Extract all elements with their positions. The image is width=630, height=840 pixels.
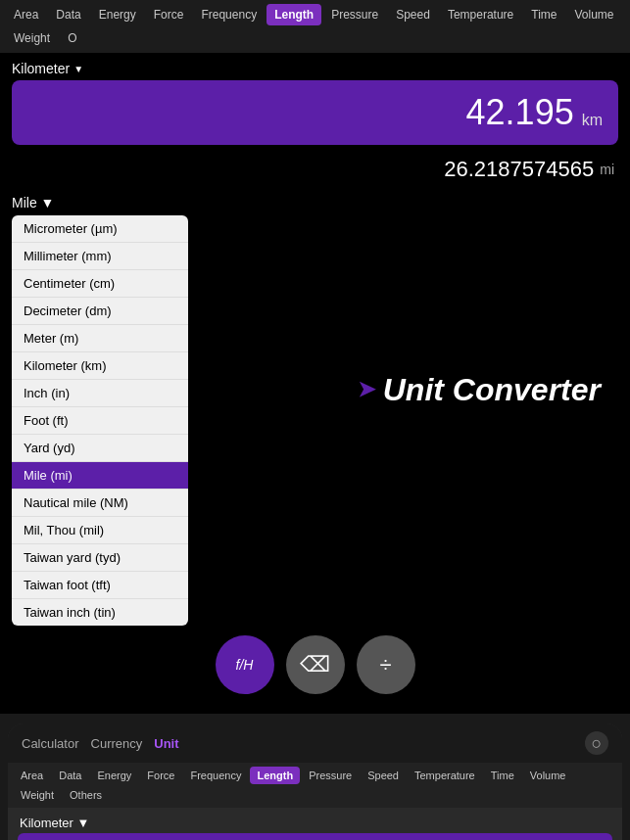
tab-length[interactable]: Length	[267, 4, 321, 25]
dropdown-item-meter[interactable]: Meter (m)	[12, 325, 188, 352]
tab-temperature[interactable]: Temperature	[440, 4, 521, 25]
divide-button[interactable]: ÷	[357, 635, 415, 694]
tab-volume[interactable]: Volume	[566, 4, 621, 25]
btab-others[interactable]: Others	[63, 786, 109, 804]
bottom-nav-tabs: Area Data Energy Force Frequency Length …	[8, 763, 622, 808]
promo-arrow-icon: ➤	[358, 377, 375, 402]
promo-text: Unit Converter	[383, 371, 601, 407]
app-tab-unit[interactable]: Unit	[154, 736, 178, 751]
btab-volume[interactable]: Volume	[523, 767, 573, 784]
dropdown-item-foot[interactable]: Foot (ft)	[12, 407, 188, 435]
dropdown-item-nautical[interactable]: Nautical mile (NM)	[12, 490, 188, 517]
btab-temperature[interactable]: Temperature	[408, 767, 482, 784]
top-nav-tabs: Area Data Energy Force Frequency Length …	[0, 0, 630, 53]
bottom-header: Calculator Currency Unit ○	[8, 723, 622, 763]
tab-force[interactable]: Force	[146, 4, 192, 25]
top-content-area: 26.2187574565 mi Mile ▼ Micrometer (µm) …	[0, 153, 630, 626]
dropdown-item-decimeter[interactable]: Decimeter (dm)	[12, 298, 188, 325]
tab-energy[interactable]: Energy	[91, 4, 144, 25]
btab-pressure[interactable]: Pressure	[302, 767, 359, 784]
tab-area[interactable]: Area	[6, 4, 46, 25]
app-tab-currency[interactable]: Currency	[91, 736, 143, 751]
btab-length[interactable]: Length	[250, 767, 300, 784]
top-section: Area Data Energy Force Frequency Length …	[0, 0, 630, 714]
app-tab-calculator[interactable]: Calculator	[22, 736, 79, 751]
dropdown-item-mil[interactable]: Mil, Thou (mil)	[12, 517, 188, 544]
dropdown-menu: Micrometer (µm) Millimeter (mm) Centimet…	[12, 215, 188, 626]
input-unit: km	[582, 112, 603, 133]
tab-weight[interactable]: Weight	[6, 27, 58, 49]
dropdown-container: Micrometer (µm) Millimeter (mm) Centimet…	[12, 215, 618, 626]
tab-pressure[interactable]: Pressure	[323, 4, 386, 25]
unit-converter-promo: ➤ Unit Converter	[358, 371, 601, 407]
from-unit-selector[interactable]: Mile ▼	[12, 195, 54, 210]
input-value: 42.195	[466, 92, 574, 133]
input-display: 42.195 km	[12, 80, 618, 145]
btab-speed[interactable]: Speed	[361, 767, 406, 784]
btab-area[interactable]: Area	[14, 767, 50, 784]
tab-other[interactable]: O	[60, 27, 84, 49]
expand-button[interactable]: ○	[585, 731, 608, 755]
bottom-app-tabs: Calculator Currency Unit	[22, 736, 179, 751]
tab-frequency[interactable]: Frequency	[193, 4, 265, 25]
dropdown-item-yard[interactable]: Yard (yd)	[12, 435, 188, 462]
btab-frequency[interactable]: Frequency	[183, 767, 248, 784]
btab-weight[interactable]: Weight	[14, 786, 61, 804]
btab-energy[interactable]: Energy	[91, 767, 139, 784]
bottom-input-display: 42.195 km	[18, 833, 612, 840]
btab-force[interactable]: Force	[140, 767, 181, 784]
dropdown-item-micrometer[interactable]: Micrometer (µm)	[12, 215, 188, 243]
dropdown-item-centimeter[interactable]: Centimeter (cm)	[12, 270, 188, 298]
bottom-to-unit-row: Kilometer ▼	[8, 808, 622, 833]
btab-time[interactable]: Time	[484, 767, 521, 784]
result-unit: mi	[600, 162, 614, 177]
result-row: 26.2187574565 mi	[0, 153, 630, 190]
dropdown-item-millimeter[interactable]: Millimeter (mm)	[12, 243, 188, 270]
bottom-section: Calculator Currency Unit ○ Area Data Ene…	[8, 723, 622, 840]
btab-data[interactable]: Data	[52, 767, 88, 784]
to-unit-row: Kilometer	[0, 53, 630, 80]
backspace-button[interactable]: ⌫	[286, 635, 345, 694]
from-unit-row: Mile ▼	[0, 190, 630, 215]
tab-time[interactable]: Time	[523, 4, 564, 25]
dropdown-item-taiwan-inch[interactable]: Taiwan inch (tin)	[12, 599, 188, 626]
top-calc-buttons: f/H ⌫ ÷	[0, 626, 630, 704]
to-unit-selector[interactable]: Kilometer	[12, 61, 83, 76]
tab-speed[interactable]: Speed	[388, 4, 438, 25]
result-value: 26.2187574565	[444, 157, 594, 182]
bottom-to-unit-selector[interactable]: Kilometer ▼	[20, 816, 89, 830]
dropdown-item-inch[interactable]: Inch (in)	[12, 380, 188, 407]
dropdown-item-taiwan-foot[interactable]: Taiwan foot (tft)	[12, 572, 188, 599]
function-button[interactable]: f/H	[216, 635, 274, 694]
tab-data[interactable]: Data	[48, 4, 88, 25]
dropdown-item-taiwan-yard[interactable]: Taiwan yard (tyd)	[12, 544, 188, 572]
dropdown-item-mile[interactable]: Mile (mi)	[12, 462, 188, 490]
dropdown-item-kilometer[interactable]: Kilometer (km)	[12, 352, 188, 380]
expand-icon: ○	[592, 733, 603, 754]
